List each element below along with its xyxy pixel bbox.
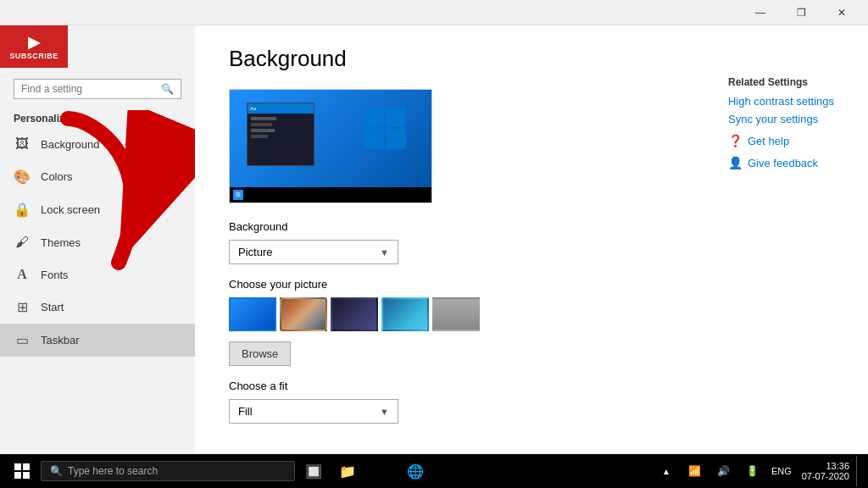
fit-dropdown-arrow-icon: ▼ <box>380 407 389 417</box>
sidebar: ▶ SUBSCRIBE 🔍 Personalization 🖼 Backgrou… <box>0 25 195 454</box>
start-icon: ⊞ <box>14 299 31 315</box>
system-tray: ▲ 📶 🔊 🔋 ENG 13:36 07-07-2020 <box>653 456 861 486</box>
lock-icon: 🔒 <box>14 202 31 218</box>
close-button[interactable]: ✕ <box>822 0 861 25</box>
search-area: 🔍 <box>0 72 195 106</box>
sidebar-item-themes[interactable]: 🖌 Themes <box>0 226 195 258</box>
svg-rect-4 <box>23 472 30 479</box>
picture-thumb-4[interactable] <box>381 297 429 331</box>
taskbar-explorer[interactable]: 📁 <box>332 456 363 486</box>
task-view-icon: 🔲 <box>305 463 322 480</box>
get-help-label: Get help <box>748 135 789 147</box>
colors-icon: 🎨 <box>14 169 31 185</box>
preview-start: ⊞ <box>233 190 243 200</box>
sidebar-themes-label: Themes <box>41 236 81 249</box>
preview-tile-3 <box>364 129 384 149</box>
tray-arrow-icon[interactable]: ▲ <box>653 456 680 486</box>
clock-date: 07-07-2020 <box>802 471 849 481</box>
restore-button[interactable]: ❐ <box>782 0 821 25</box>
sidebar-start-label: Start <box>41 301 64 313</box>
picture-thumb-2[interactable] <box>280 297 327 331</box>
show-desktop-button[interactable] <box>856 456 861 486</box>
tray-battery-icon[interactable]: 🔋 <box>739 456 766 486</box>
tray-lang: ENG <box>768 466 795 476</box>
fit-dropdown-value: Fill <box>238 405 253 418</box>
high-contrast-link[interactable]: High contrast settings <box>728 95 834 108</box>
sync-settings-link[interactable]: Sync your settings <box>728 113 834 125</box>
app-container: ▶ SUBSCRIBE 🔍 Personalization 🖼 Backgrou… <box>0 25 868 454</box>
taskbar-start-button[interactable] <box>7 456 37 486</box>
sidebar-background-label: Background <box>41 138 99 151</box>
sidebar-taskbar-label: Taskbar <box>41 334 80 347</box>
page-title: Background <box>229 46 834 72</box>
minimize-button[interactable]: — <box>741 0 780 25</box>
give-feedback-item[interactable]: 👤 Give feedback <box>728 156 834 169</box>
give-feedback-label: Give feedback <box>748 157 818 169</box>
preview-window-content <box>248 114 314 141</box>
taskbar-store[interactable]: 🛍 <box>366 456 397 486</box>
sidebar-item-taskbar[interactable]: ▭ Taskbar <box>0 324 195 357</box>
choose-picture-label: Choose your picture <box>229 278 834 291</box>
sidebar-item-lock-screen[interactable]: 🔒 Lock screen <box>0 193 195 226</box>
store-icon: 🛍 <box>375 463 388 479</box>
taskbar: 🔍 Type here to search 🔲 📁 🛍 🌐 ⚙ ▲ 📶 🔊 🔋 … <box>0 454 868 488</box>
subscribe-text: SUBSCRIBE <box>9 52 58 60</box>
desktop-preview: Aa ⊞ <box>229 89 432 203</box>
taskbar-chrome[interactable]: 🌐 <box>400 456 431 486</box>
sidebar-fonts-label: Fonts <box>41 269 69 281</box>
play-icon: ▶ <box>28 33 40 52</box>
taskbar-search-text: Type here to search <box>68 465 158 477</box>
browse-button[interactable]: Browse <box>229 341 291 366</box>
sidebar-item-start[interactable]: ⊞ Start <box>0 291 195 324</box>
window-controls: — ❐ ✕ <box>741 0 861 25</box>
fit-dropdown[interactable]: Fill ▼ <box>229 399 398 424</box>
svg-rect-3 <box>14 472 21 479</box>
background-dropdown[interactable]: Picture ▼ <box>229 240 398 264</box>
preview-tile-4 <box>386 129 406 149</box>
picture-thumb-1[interactable] <box>229 297 276 331</box>
taskbar-search-icon: 🔍 <box>50 465 63 477</box>
preview-tile-1 <box>364 107 384 127</box>
background-icon: 🖼 <box>14 136 31 152</box>
taskbar-task-view[interactable]: 🔲 <box>298 456 329 486</box>
taskbar-icon: ▭ <box>14 332 31 348</box>
get-help-item[interactable]: ❓ Get help <box>728 134 834 147</box>
sidebar-item-colors[interactable]: 🎨 Colors <box>0 160 195 193</box>
preview-window-title: Aa <box>248 103 314 114</box>
explorer-icon: 📁 <box>339 463 356 480</box>
feedback-icon: 👤 <box>728 156 743 169</box>
subscribe-badge: ▶ SUBSCRIBE <box>0 25 68 68</box>
svg-rect-1 <box>14 463 21 470</box>
related-settings-title: Related Settings <box>728 76 834 88</box>
windows-logo-icon <box>14 463 30 479</box>
search-box[interactable]: 🔍 <box>14 79 181 99</box>
clock-time: 13:36 <box>826 461 849 471</box>
preview-tiles <box>364 107 406 149</box>
section-title: Personalization <box>0 106 195 128</box>
taskbar-clock[interactable]: 13:36 07-07-2020 <box>797 461 854 481</box>
taskbar-search-box[interactable]: 🔍 Type here to search <box>41 461 295 481</box>
search-input[interactable] <box>21 83 161 95</box>
svg-rect-2 <box>23 463 30 470</box>
main-content: Background Aa <box>195 25 868 454</box>
tray-volume-icon[interactable]: 🔊 <box>710 456 737 486</box>
settings-icon: ⚙ <box>443 463 455 480</box>
picture-grid <box>229 297 834 331</box>
choose-fit-label: Choose a fit <box>229 380 834 392</box>
preview-taskbar: ⊞ <box>230 187 431 202</box>
picture-thumb-5[interactable] <box>432 297 480 331</box>
related-settings: Related Settings High contrast settings … <box>728 76 834 173</box>
themes-icon: 🖌 <box>14 235 31 250</box>
sidebar-item-background[interactable]: 🖼 Background <box>0 128 195 160</box>
picture-thumb-3[interactable] <box>331 297 378 331</box>
sidebar-colors-label: Colors <box>41 170 73 183</box>
taskbar-settings[interactable]: ⚙ <box>434 456 465 486</box>
chrome-icon: 🌐 <box>407 463 424 480</box>
sidebar-item-fonts[interactable]: A Fonts <box>0 258 195 291</box>
fonts-icon: A <box>14 267 31 282</box>
tray-network-icon[interactable]: 📶 <box>682 456 709 486</box>
search-icon: 🔍 <box>161 83 174 95</box>
preview-window-aa: Aa <box>250 106 256 111</box>
background-setting-label: Background <box>229 220 834 233</box>
background-dropdown-value: Picture <box>238 246 272 258</box>
